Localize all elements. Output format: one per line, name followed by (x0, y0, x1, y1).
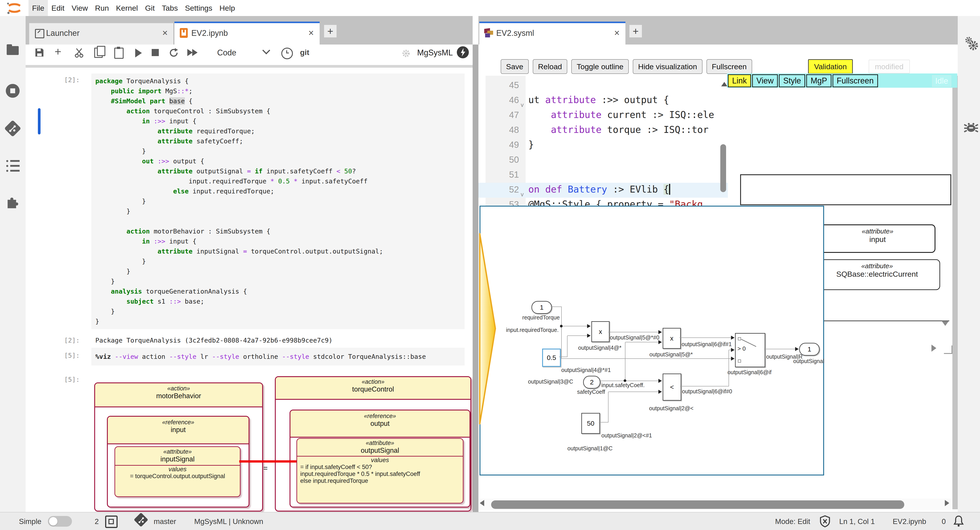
new-tab-button[interactable]: + (324, 25, 337, 37)
simulink-visualization-overlay[interactable] (479, 206, 824, 476)
editor-line[interactable]: 45 (479, 78, 728, 93)
viz-attribute-input[interactable]: «attribute» input (819, 224, 935, 253)
menu-item-run[interactable]: Run (91, 0, 112, 16)
kernel-name-label[interactable]: git (300, 48, 309, 57)
close-icon[interactable]: × (162, 28, 168, 38)
menu-item-edit[interactable]: Edit (48, 0, 68, 16)
viz-resize-handle[interactable] (944, 346, 952, 354)
code-token (146, 97, 150, 105)
editor-line[interactable]: 50 (479, 153, 728, 168)
link-button[interactable]: Link (728, 75, 751, 87)
add-cell-icon[interactable]: + (54, 45, 61, 58)
view-button[interactable]: View (752, 75, 778, 87)
folder-icon[interactable] (7, 46, 19, 55)
editor-line[interactable]: 47 attribute current :> ISQ::ele (479, 108, 728, 123)
copy-icon[interactable] (94, 48, 103, 58)
style-button[interactable]: Style (779, 75, 805, 87)
tab-ev2-ipynb[interactable]: EV2.ipynb × (174, 22, 320, 46)
tab-ev2-sysml[interactable]: EV2.sysml × (479, 22, 625, 46)
cursor-position[interactable]: Ln 1, Col 1 (839, 517, 875, 526)
code-token: :> EVlib (607, 184, 663, 195)
toggle-outline-button[interactable]: Toggle outline (571, 59, 629, 74)
chip-icon[interactable] (105, 516, 118, 528)
running-kernels-icon[interactable] (6, 84, 20, 98)
hide-visualization-button[interactable]: Hide visualization (633, 59, 703, 74)
code-token (540, 184, 545, 195)
paste-icon[interactable] (114, 48, 124, 59)
code-token: } (95, 148, 146, 155)
close-icon[interactable]: × (308, 28, 314, 38)
menu-item-view[interactable]: View (68, 0, 91, 16)
extension-icon[interactable] (5, 194, 20, 209)
save-icon[interactable] (35, 48, 45, 57)
editor-scrollbar-thumb[interactable] (720, 144, 726, 192)
viz-attribute-electriccurrent[interactable]: «attribute» SQBase::electricCurrent (814, 259, 940, 290)
stop-icon[interactable] (152, 49, 159, 56)
menu-item-settings[interactable]: Settings (181, 0, 216, 16)
code-token: if (255, 167, 262, 175)
history-clock-icon[interactable] (281, 48, 293, 59)
code-cell-editor[interactable]: package TorqueAnalysis { public import M… (95, 76, 383, 327)
viz-horizontal-scrollbar-thumb[interactable] (491, 500, 904, 509)
property-inspector-gears-icon[interactable] (964, 36, 978, 52)
reload-button[interactable]: Reload (533, 59, 568, 74)
cut-icon[interactable] (74, 48, 84, 58)
restart-icon[interactable] (169, 48, 179, 58)
scroll-right-icon[interactable] (945, 500, 949, 506)
viz-divider-line (815, 321, 949, 321)
kernel-count[interactable]: 2 (95, 517, 99, 526)
simple-mode-toggle[interactable] (48, 516, 72, 527)
close-icon[interactable]: × (614, 28, 620, 38)
uml-stereotype: «action» (95, 385, 262, 392)
code-token: requiredTorque; (192, 127, 255, 135)
git-branch-name[interactable]: master (154, 517, 176, 526)
new-tab-button[interactable]: + (629, 25, 642, 37)
editor-line[interactable]: 49} (479, 138, 728, 153)
code-line: } (95, 306, 383, 317)
debugger-bug-icon[interactable] (964, 121, 978, 135)
fullscreen-button[interactable]: Fullscreen (832, 75, 878, 87)
line-number: 48 (479, 123, 519, 136)
active-file-label[interactable]: EV2.ipynb (893, 517, 926, 526)
code-line: analysis torqueGenerationAnalysis { (95, 286, 383, 297)
save-button[interactable]: Save (501, 59, 529, 74)
validation-button[interactable]: Validation (808, 59, 853, 74)
sysml-editor[interactable]: 4546vut attribute :>> output {47 attribu… (479, 76, 728, 206)
grid-gear-icon[interactable] (401, 49, 411, 58)
run-all-icon[interactable] (187, 49, 197, 57)
cell-type-select[interactable]: Code (217, 48, 236, 57)
code-line: #SimModel part base { (95, 96, 383, 106)
scroll-left-icon[interactable] (480, 500, 484, 506)
menu-item-help[interactable]: Help (216, 0, 239, 16)
bell-icon[interactable] (953, 515, 964, 527)
code-token (290, 178, 294, 185)
mgp-button[interactable]: MgP (806, 75, 831, 87)
editor-line[interactable]: 46vut attribute :>> output { (479, 93, 728, 108)
editor-line[interactable]: 48 attribute torque :> ISQ::tor (479, 123, 728, 138)
dropdown-chevron-icon[interactable] (262, 46, 270, 54)
menu-item-file[interactable]: File (29, 0, 48, 16)
editor-line[interactable]: 52von def Battery :> EVlib { (479, 183, 728, 198)
code-token: :>> (154, 238, 165, 245)
toc-icon[interactable] (6, 160, 20, 172)
menu-item-kernel[interactable]: Kernel (113, 0, 142, 16)
code-line: subject s1 ::> base; (95, 297, 383, 306)
viz-scroll-down-icon[interactable] (942, 321, 949, 326)
viz-scroll-right-icon[interactable] (931, 344, 936, 352)
menu-item-git[interactable]: Git (142, 0, 158, 16)
editor-scroll-up-icon[interactable] (721, 82, 727, 86)
active-cell-indicator[interactable] (38, 108, 41, 135)
shield-icon[interactable] (819, 515, 831, 528)
menu-item-tabs[interactable]: Tabs (158, 0, 181, 16)
editor-line[interactable]: 51 (479, 168, 728, 183)
fullscreen-button[interactable]: Fullscreen (706, 59, 752, 74)
right-panel-scrollbar[interactable] (952, 76, 958, 509)
tab-launcher[interactable]: Launcher × (29, 23, 174, 44)
mode-indicator[interactable]: Mode: Edit (775, 517, 810, 526)
run-icon[interactable] (135, 49, 142, 57)
code-token: Battery (568, 184, 607, 195)
bolt-icon[interactable] (457, 46, 469, 58)
editor-line[interactable]: 53@MgS::Style { property = "Backg (479, 198, 728, 206)
editor-line-text: on def Battery :> EVlib { (528, 183, 670, 196)
code-cell-editor[interactable]: %viz --view action --style lr --style or… (95, 352, 426, 362)
